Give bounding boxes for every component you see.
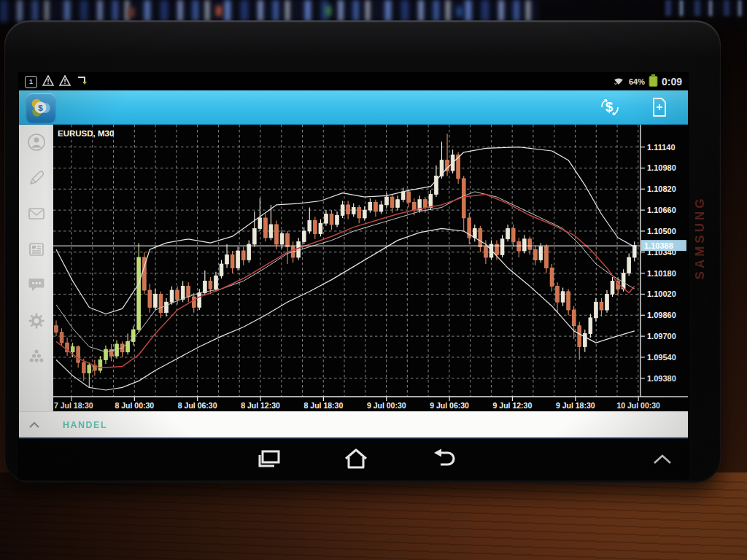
tablet-device: SAMSUNG 1	[4, 20, 721, 483]
pencil-trade-icon[interactable]	[26, 168, 46, 187]
app-toolbar: $ $	[19, 90, 688, 125]
bottom-panel-bar: HANDEL	[19, 411, 688, 438]
recent-apps-icon[interactable]	[254, 446, 283, 472]
svg-text:9 Jul 06:30: 9 Jul 06:30	[430, 401, 469, 410]
main-area: 1.111401.109801.108201.106601.105001.103…	[19, 125, 688, 411]
chevron-up-icon[interactable]	[648, 446, 677, 472]
svg-text:1.09540: 1.09540	[647, 353, 676, 362]
svg-text:1.11140: 1.11140	[647, 143, 676, 152]
svg-text:1.09700: 1.09700	[647, 332, 676, 341]
svg-text:1.10388: 1.10388	[644, 241, 673, 250]
candlestick-chart-svg[interactable]: 1.111401.109801.108201.106601.105001.103…	[53, 125, 688, 411]
metatrader-logo[interactable]: $	[26, 93, 55, 122]
settings-gear-icon[interactable]	[26, 311, 46, 330]
svg-text:1.10180: 1.10180	[647, 269, 676, 278]
svg-text:10 Jul 00:30: 10 Jul 00:30	[616, 401, 660, 410]
svg-text:9 Jul 18:30: 9 Jul 18:30	[556, 401, 595, 410]
svg-text:9 Jul 12:30: 9 Jul 12:30	[493, 401, 533, 410]
mail-icon[interactable]	[26, 203, 46, 223]
current-price-label: 1.10388	[641, 240, 686, 251]
status-clock: 0:09	[662, 76, 682, 88]
news-icon[interactable]	[26, 239, 46, 259]
svg-text:1.10020: 1.10020	[647, 289, 676, 298]
chart-background	[53, 125, 688, 411]
svg-text:9 Jul 00:30: 9 Jul 00:30	[367, 401, 406, 410]
new-order-document-icon[interactable]	[649, 96, 670, 118]
chevron-up-icon[interactable]	[28, 421, 41, 429]
price-chart[interactable]: 1.111401.109801.108201.106601.105001.103…	[53, 125, 688, 411]
svg-text:8 Jul 06:30: 8 Jul 06:30	[178, 401, 217, 410]
battery-icon	[649, 74, 658, 90]
svg-text:1.10980: 1.10980	[647, 163, 676, 172]
battery-percent: 64%	[629, 77, 645, 86]
tablet-screen: 1	[19, 73, 688, 477]
svg-text:1.09380: 1.09380	[647, 374, 676, 383]
svg-text:1.09860: 1.09860	[647, 311, 676, 319]
android-status-bar[interactable]: 1	[19, 73, 688, 90]
app-sidebar	[19, 125, 53, 411]
notification-count-icon: 1	[25, 76, 37, 88]
forward-arrow-icon	[76, 75, 88, 89]
home-icon[interactable]	[341, 446, 371, 472]
brand-logo: SAMSUNG	[693, 179, 708, 296]
symbol-timeframe-label: EURUSD, M30	[58, 129, 114, 138]
svg-text:7 Jul 18:30: 7 Jul 18:30	[54, 401, 93, 410]
background-monitor-2	[665, 0, 747, 16]
account-icon[interactable]	[26, 132, 46, 152]
warning-icon	[59, 75, 71, 89]
photo-background: SAMSUNG 1	[0, 0, 747, 560]
community-icon[interactable]	[26, 346, 46, 366]
wifi-icon	[612, 75, 625, 89]
tab-handel[interactable]: HANDEL	[63, 420, 107, 430]
svg-text:1.10660: 1.10660	[647, 206, 676, 214]
back-icon[interactable]	[429, 446, 458, 472]
svg-text:8 Jul 12:30: 8 Jul 12:30	[241, 401, 280, 410]
svg-text:8 Jul 18:30: 8 Jul 18:30	[304, 401, 344, 410]
svg-text:1.10820: 1.10820	[647, 184, 676, 193]
warning-icon	[42, 75, 54, 89]
desk-wood-grain	[0, 480, 747, 560]
svg-text:1.10500: 1.10500	[647, 227, 676, 236]
svg-text:$: $	[38, 102, 43, 112]
svg-text:8 Jul 00:30: 8 Jul 00:30	[115, 401, 154, 410]
currency-exchange-icon[interactable]: $	[599, 96, 621, 118]
android-nav-bar	[19, 438, 688, 480]
chat-icon[interactable]	[26, 275, 46, 295]
background-monitor	[0, 0, 538, 22]
